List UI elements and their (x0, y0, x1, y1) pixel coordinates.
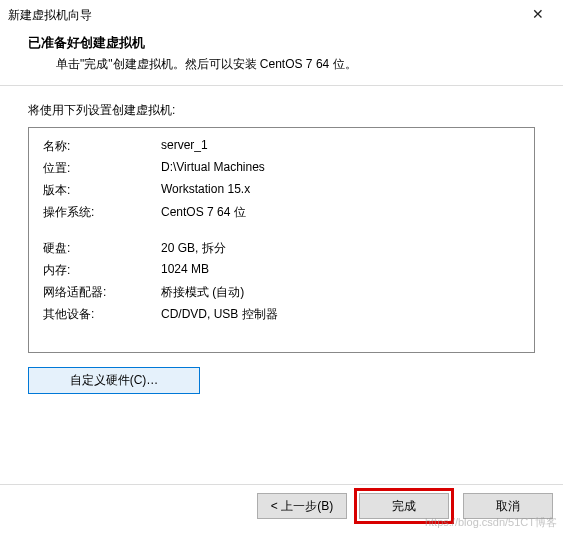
label-os: 操作系统: (43, 204, 161, 221)
close-button[interactable]: ✕ (521, 4, 555, 24)
settings-label: 将使用下列设置创建虚拟机: (0, 86, 563, 127)
row-disk: 硬盘: 20 GB, 拆分 (43, 240, 520, 257)
row-other: 其他设备: CD/DVD, USB 控制器 (43, 306, 520, 323)
value-nic: 桥接模式 (自动) (161, 284, 520, 301)
row-location: 位置: D:\Virtual Machines (43, 160, 520, 177)
titlebar: 新建虚拟机向导 ✕ (0, 0, 563, 30)
customize-hardware-button[interactable]: 自定义硬件(C)… (28, 367, 200, 394)
row-name: 名称: server_1 (43, 138, 520, 155)
label-disk: 硬盘: (43, 240, 161, 257)
row-memory: 内存: 1024 MB (43, 262, 520, 279)
wizard-heading: 已准备好创建虚拟机 (28, 34, 535, 52)
label-name: 名称: (43, 138, 161, 155)
value-disk: 20 GB, 拆分 (161, 240, 520, 257)
value-os: CentOS 7 64 位 (161, 204, 520, 221)
settings-box: 名称: server_1 位置: D:\Virtual Machines 版本:… (28, 127, 535, 353)
value-memory: 1024 MB (161, 262, 520, 279)
label-other: 其他设备: (43, 306, 161, 323)
label-nic: 网络适配器: (43, 284, 161, 301)
row-nic: 网络适配器: 桥接模式 (自动) (43, 284, 520, 301)
cancel-button[interactable]: 取消 (463, 493, 553, 519)
wizard-header: 已准备好创建虚拟机 单击"完成"创建虚拟机。然后可以安装 CentOS 7 64… (0, 30, 563, 85)
label-memory: 内存: (43, 262, 161, 279)
wizard-subheading: 单击"完成"创建虚拟机。然后可以安装 CentOS 7 64 位。 (28, 56, 535, 73)
back-button[interactable]: < 上一步(B) (257, 493, 347, 519)
row-os: 操作系统: CentOS 7 64 位 (43, 204, 520, 221)
customize-row: 自定义硬件(C)… (0, 353, 563, 408)
row-version: 版本: Workstation 15.x (43, 182, 520, 199)
label-location: 位置: (43, 160, 161, 177)
button-bar: < 上一步(B) 完成 取消 (0, 485, 563, 527)
value-other: CD/DVD, USB 控制器 (161, 306, 520, 323)
value-name: server_1 (161, 138, 520, 155)
value-location: D:\Virtual Machines (161, 160, 520, 177)
label-version: 版本: (43, 182, 161, 199)
value-version: Workstation 15.x (161, 182, 520, 199)
finish-button[interactable]: 完成 (359, 493, 449, 519)
window-title: 新建虚拟机向导 (8, 7, 92, 24)
close-icon: ✕ (532, 6, 544, 22)
